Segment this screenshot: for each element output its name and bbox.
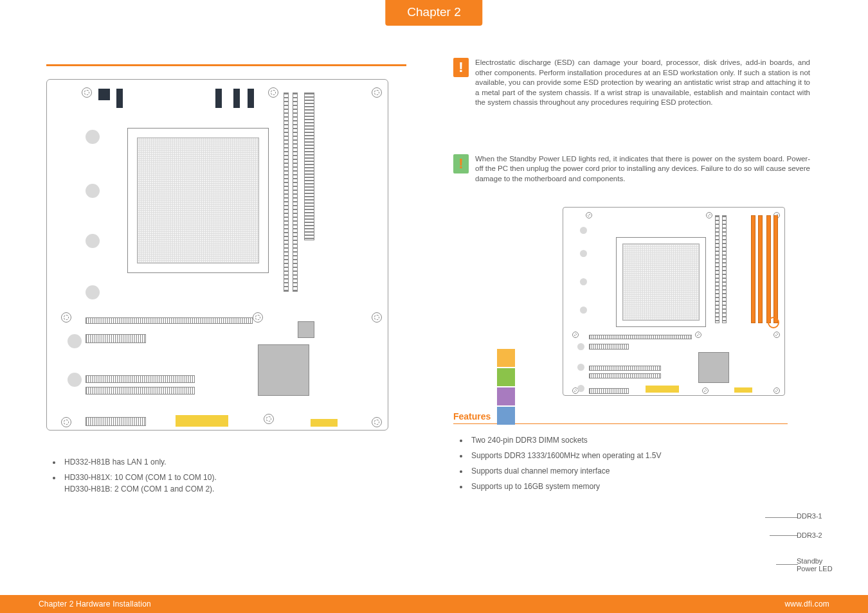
footer-right: www.dfi.com — [784, 600, 829, 609]
page-footer: Chapter 2 Hardware Installation www.dfi.… — [0, 595, 868, 613]
warning-icon — [453, 58, 469, 77]
list-item: Supports up to 16GB system memory — [469, 481, 836, 492]
chapter-tab: Chapter 2 — [385, 0, 482, 26]
ddr3-slot — [773, 215, 778, 323]
callout-ddr3-1: DDR3-1 — [797, 512, 822, 520]
ddr3-slot — [766, 215, 771, 323]
cpu-socket — [127, 128, 269, 273]
list-item: Two 240-pin DDR3 DIMM sockets — [469, 434, 836, 446]
standby-led-marker — [768, 317, 779, 328]
content: HD332-H81B has LAN 1 only. HD330-H81X: 1… — [0, 45, 868, 587]
esd-warning: Electrostatic discharge (ESD) can damage… — [453, 58, 836, 108]
list-item: HD332-H81B has LAN 1 only. — [62, 456, 429, 468]
warning-icon — [453, 154, 469, 173]
section-rule — [46, 64, 406, 66]
esd-warning-text: Electrostatic discharge (ESD) can damage… — [475, 58, 810, 108]
list-item: HD330-H81X: 10 COM (COM 1 to COM 10). HD… — [62, 472, 429, 495]
ddr3-slot — [758, 215, 763, 323]
motherboard-diagram-small — [563, 207, 785, 396]
features-list: Two 240-pin DDR3 DIMM sockets Supports D… — [469, 434, 836, 492]
right-column: Electrostatic discharge (ESD) can damage… — [444, 45, 868, 587]
left-notes-list: HD332-H81B has LAN 1 only. HD330-H81X: 1… — [62, 456, 429, 495]
callout-standby-led: Standby Power LED — [797, 557, 833, 573]
motherboard-diagram-large — [46, 79, 388, 431]
chipset — [258, 344, 309, 396]
page: Chapter 2 HD — [0, 0, 868, 613]
motherboard-diagram-small-wrap: DDR3-1 DDR3-2 Standby Power LED — [453, 207, 836, 396]
standby-warning: When the Standby Power LED lights red, i… — [453, 154, 836, 184]
swatch — [497, 407, 515, 425]
left-column: HD332-H81B has LAN 1 only. HD330-H81X: 1… — [0, 45, 444, 587]
list-item: Supports DDR3 1333/1600MHz when operatin… — [469, 450, 836, 461]
callout-ddr3-2: DDR3-2 — [797, 531, 822, 539]
standby-warning-text: When the Standby Power LED lights red, i… — [475, 154, 810, 184]
list-item: Supports dual channel memory interface — [469, 465, 836, 477]
ddr3-slot — [751, 215, 755, 323]
footer-left: Chapter 2 Hardware Installation — [39, 600, 151, 609]
